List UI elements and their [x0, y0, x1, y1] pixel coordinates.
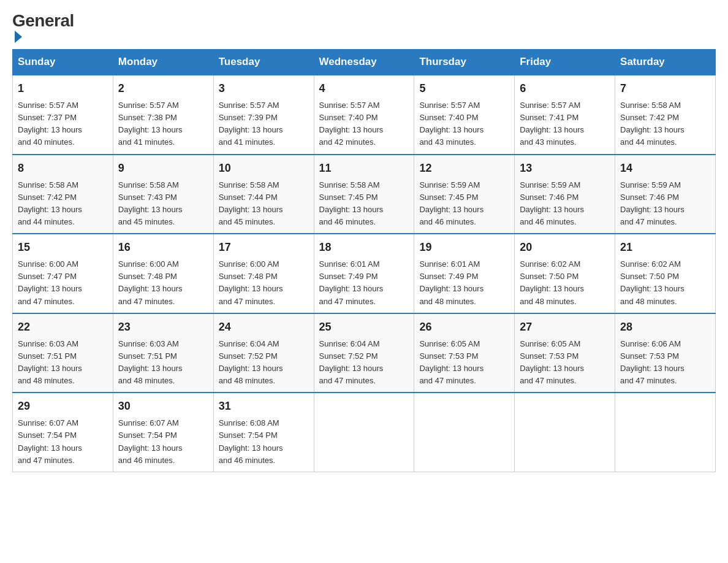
- day-info: Sunrise: 5:57 AMSunset: 7:38 PMDaylight:…: [118, 99, 208, 149]
- weekday-header-row: SundayMondayTuesdayWednesdayThursdayFrid…: [13, 50, 716, 75]
- calendar-cell: 16Sunrise: 6:00 AMSunset: 7:48 PMDayligh…: [113, 234, 213, 313]
- day-number: 22: [18, 319, 108, 335]
- day-info: Sunrise: 6:03 AMSunset: 7:51 PMDaylight:…: [18, 338, 108, 388]
- logo-blue-text: [12, 29, 22, 43]
- day-info: Sunrise: 6:05 AMSunset: 7:53 PMDaylight:…: [520, 338, 610, 388]
- day-number: 19: [419, 239, 509, 256]
- day-number: 30: [118, 398, 208, 415]
- day-number: 8: [18, 160, 108, 177]
- day-info: Sunrise: 5:57 AMSunset: 7:41 PMDaylight:…: [520, 99, 610, 149]
- calendar-cell: [615, 393, 716, 472]
- calendar-cell: 23Sunrise: 6:03 AMSunset: 7:51 PMDayligh…: [113, 313, 213, 393]
- calendar-cell: 1Sunrise: 5:57 AMSunset: 7:37 PMDaylight…: [13, 75, 113, 155]
- day-info: Sunrise: 5:59 AMSunset: 7:46 PMDaylight:…: [520, 179, 610, 229]
- day-number: 3: [219, 80, 309, 97]
- day-number: 21: [620, 239, 710, 256]
- day-number: 4: [319, 80, 409, 97]
- day-number: 26: [419, 319, 509, 335]
- calendar-cell: [314, 393, 414, 472]
- day-number: 31: [219, 398, 309, 415]
- day-info: Sunrise: 5:58 AMSunset: 7:42 PMDaylight:…: [18, 179, 108, 229]
- weekday-header-sunday: Sunday: [13, 50, 113, 75]
- day-number: 6: [520, 80, 610, 97]
- day-info: Sunrise: 6:07 AMSunset: 7:54 PMDaylight:…: [18, 417, 108, 467]
- day-number: 17: [219, 239, 309, 256]
- calendar-cell: 24Sunrise: 6:04 AMSunset: 7:52 PMDayligh…: [213, 313, 314, 393]
- day-info: Sunrise: 5:58 AMSunset: 7:43 PMDaylight:…: [118, 179, 208, 229]
- calendar-cell: [414, 393, 515, 472]
- day-number: 15: [18, 239, 108, 256]
- week-row-2: 8Sunrise: 5:58 AMSunset: 7:42 PMDaylight…: [13, 155, 716, 234]
- day-info: Sunrise: 6:00 AMSunset: 7:47 PMDaylight:…: [18, 258, 108, 308]
- calendar-cell: 15Sunrise: 6:00 AMSunset: 7:47 PMDayligh…: [13, 234, 113, 313]
- calendar-cell: 5Sunrise: 5:57 AMSunset: 7:40 PMDaylight…: [414, 75, 515, 155]
- day-number: 18: [319, 239, 409, 256]
- calendar-cell: 17Sunrise: 6:00 AMSunset: 7:48 PMDayligh…: [213, 234, 314, 313]
- calendar-cell: 2Sunrise: 5:57 AMSunset: 7:38 PMDaylight…: [113, 75, 213, 155]
- day-info: Sunrise: 6:02 AMSunset: 7:50 PMDaylight:…: [620, 258, 710, 308]
- calendar-cell: 18Sunrise: 6:01 AMSunset: 7:49 PMDayligh…: [314, 234, 414, 313]
- calendar-cell: 20Sunrise: 6:02 AMSunset: 7:50 PMDayligh…: [515, 234, 615, 313]
- day-info: Sunrise: 6:01 AMSunset: 7:49 PMDaylight:…: [319, 258, 409, 308]
- calendar-cell: 30Sunrise: 6:07 AMSunset: 7:54 PMDayligh…: [113, 393, 213, 472]
- day-number: 27: [520, 319, 610, 335]
- logo-general-text: General: [12, 12, 74, 29]
- day-number: 12: [419, 160, 509, 177]
- calendar-cell: 3Sunrise: 5:57 AMSunset: 7:39 PMDaylight…: [213, 75, 314, 155]
- day-info: Sunrise: 6:03 AMSunset: 7:51 PMDaylight:…: [118, 338, 208, 388]
- day-number: 7: [620, 80, 710, 97]
- calendar-table: SundayMondayTuesdayWednesdayThursdayFrid…: [12, 49, 716, 472]
- day-info: Sunrise: 6:07 AMSunset: 7:54 PMDaylight:…: [118, 417, 208, 467]
- calendar-cell: 27Sunrise: 6:05 AMSunset: 7:53 PMDayligh…: [515, 313, 615, 393]
- day-number: 23: [118, 319, 208, 335]
- day-number: 25: [319, 319, 409, 335]
- day-info: Sunrise: 5:58 AMSunset: 7:44 PMDaylight:…: [219, 179, 309, 229]
- logo: General: [12, 12, 74, 43]
- calendar-cell: 29Sunrise: 6:07 AMSunset: 7:54 PMDayligh…: [13, 393, 113, 472]
- day-number: 16: [118, 239, 208, 256]
- calendar-cell: 21Sunrise: 6:02 AMSunset: 7:50 PMDayligh…: [615, 234, 716, 313]
- day-info: Sunrise: 6:01 AMSunset: 7:49 PMDaylight:…: [419, 258, 509, 308]
- logo-triangle-icon: [15, 31, 22, 43]
- weekday-header-tuesday: Tuesday: [213, 50, 314, 75]
- day-info: Sunrise: 6:06 AMSunset: 7:53 PMDaylight:…: [620, 338, 710, 388]
- calendar-cell: 6Sunrise: 5:57 AMSunset: 7:41 PMDaylight…: [515, 75, 615, 155]
- day-info: Sunrise: 6:02 AMSunset: 7:50 PMDaylight:…: [520, 258, 610, 308]
- calendar-cell: 14Sunrise: 5:59 AMSunset: 7:46 PMDayligh…: [615, 155, 716, 234]
- weekday-header-wednesday: Wednesday: [314, 50, 414, 75]
- day-info: Sunrise: 5:57 AMSunset: 7:37 PMDaylight:…: [18, 99, 108, 149]
- day-number: 1: [18, 80, 108, 97]
- day-number: 5: [419, 80, 509, 97]
- calendar-cell: [515, 393, 615, 472]
- calendar-cell: 28Sunrise: 6:06 AMSunset: 7:53 PMDayligh…: [615, 313, 716, 393]
- day-number: 2: [118, 80, 208, 97]
- day-info: Sunrise: 5:59 AMSunset: 7:46 PMDaylight:…: [620, 179, 710, 229]
- weekday-header-friday: Friday: [515, 50, 615, 75]
- week-row-4: 22Sunrise: 6:03 AMSunset: 7:51 PMDayligh…: [13, 313, 716, 393]
- calendar-cell: 12Sunrise: 5:59 AMSunset: 7:45 PMDayligh…: [414, 155, 515, 234]
- day-number: 28: [620, 319, 710, 335]
- day-number: 29: [18, 398, 108, 415]
- calendar-cell: 7Sunrise: 5:58 AMSunset: 7:42 PMDaylight…: [615, 75, 716, 155]
- week-row-1: 1Sunrise: 5:57 AMSunset: 7:37 PMDaylight…: [13, 75, 716, 155]
- day-info: Sunrise: 6:05 AMSunset: 7:53 PMDaylight:…: [419, 338, 509, 388]
- page-header: General: [12, 12, 716, 43]
- day-info: Sunrise: 5:59 AMSunset: 7:45 PMDaylight:…: [419, 179, 509, 229]
- day-info: Sunrise: 5:57 AMSunset: 7:40 PMDaylight:…: [419, 99, 509, 149]
- calendar-cell: 4Sunrise: 5:57 AMSunset: 7:40 PMDaylight…: [314, 75, 414, 155]
- day-number: 10: [219, 160, 309, 177]
- day-info: Sunrise: 5:58 AMSunset: 7:42 PMDaylight:…: [620, 99, 710, 149]
- day-info: Sunrise: 6:04 AMSunset: 7:52 PMDaylight:…: [319, 338, 409, 388]
- calendar-cell: 25Sunrise: 6:04 AMSunset: 7:52 PMDayligh…: [314, 313, 414, 393]
- day-number: 24: [219, 319, 309, 335]
- weekday-header-saturday: Saturday: [615, 50, 716, 75]
- calendar-cell: 22Sunrise: 6:03 AMSunset: 7:51 PMDayligh…: [13, 313, 113, 393]
- week-row-5: 29Sunrise: 6:07 AMSunset: 7:54 PMDayligh…: [13, 393, 716, 472]
- weekday-header-thursday: Thursday: [414, 50, 515, 75]
- day-info: Sunrise: 6:00 AMSunset: 7:48 PMDaylight:…: [118, 258, 208, 308]
- day-number: 20: [520, 239, 610, 256]
- day-info: Sunrise: 5:58 AMSunset: 7:45 PMDaylight:…: [319, 179, 409, 229]
- day-number: 14: [620, 160, 710, 177]
- calendar-cell: 26Sunrise: 6:05 AMSunset: 7:53 PMDayligh…: [414, 313, 515, 393]
- day-number: 11: [319, 160, 409, 177]
